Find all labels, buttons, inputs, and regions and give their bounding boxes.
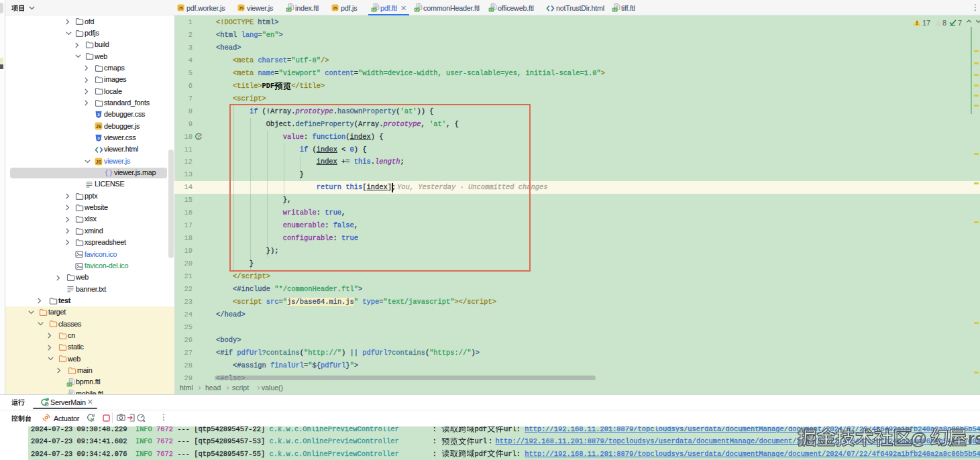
svg-text:@: @: [910, 429, 927, 447]
svg-text:rs: rs: [968, 429, 980, 447]
svg-text:JS: JS: [178, 6, 183, 10]
svg-text:JS: JS: [333, 6, 337, 10]
svg-text:{}: {}: [105, 169, 113, 177]
svg-text:1: 1: [197, 135, 200, 139]
svg-text:JS: JS: [96, 160, 102, 164]
svg-text:JS: JS: [96, 124, 102, 129]
svg-text:JS: JS: [239, 6, 243, 10]
